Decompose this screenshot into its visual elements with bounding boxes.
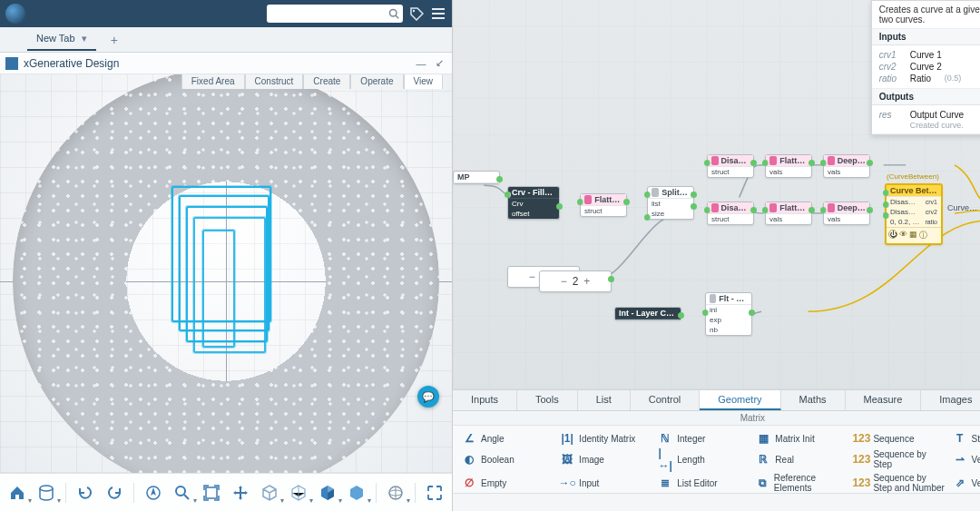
node-deepen8[interactable]: Deepen.8 vals (823, 201, 870, 225)
node-crv-filletted[interactable]: Crv - Filletted Crv offset (507, 186, 560, 220)
cube-icon[interactable]: ▾ (260, 483, 279, 503)
tool-image[interactable]: 🖼Image (560, 449, 651, 469)
node-deepen7[interactable]: Deepen.7 vals (823, 154, 870, 178)
tool-integer[interactable]: ℕInteger (658, 431, 749, 446)
node-cb-pin3: ratio (925, 219, 937, 225)
node-disassem2-row: struct (708, 214, 753, 224)
chat-icon[interactable]: 💬 (417, 386, 439, 408)
shaded-icon[interactable]: ▾ (318, 483, 338, 503)
node-cb-in3: 0, 0.2, … (890, 218, 919, 226)
tool-vector[interactable]: ⇀Vector (953, 449, 980, 469)
fit-icon[interactable] (201, 483, 221, 503)
search-input[interactable] (267, 5, 403, 23)
cat-measure[interactable]: Measure (846, 390, 922, 410)
node-mp[interactable]: MP (453, 171, 500, 184)
node-flt-layer[interactable]: Flt - Layer inl exp nb (705, 292, 752, 336)
node-flatten8[interactable]: Flatten.8 vals (765, 154, 812, 178)
eye-icon[interactable]: 👁 (899, 230, 907, 241)
tool-matrix-init[interactable]: ▦Matrix Init (756, 431, 847, 446)
tab-new[interactable]: New Tab ▾ (27, 28, 96, 51)
tool-boolean[interactable]: ◐Boolean (462, 449, 553, 469)
panel-collapse-icon[interactable]: ↙ (432, 56, 446, 71)
tool-real[interactable]: ℝReal (756, 449, 847, 469)
node-split-list[interactable]: Split List list size (647, 186, 694, 220)
menu-icon[interactable] (430, 5, 446, 22)
split-icon (652, 188, 659, 197)
node-crv-title: Crv - Filletted (512, 188, 555, 197)
length-icon: |↔| (658, 452, 672, 467)
home-icon[interactable]: ▾ (7, 483, 27, 503)
3d-viewport[interactable]: Fixed Area Construct Create Operate View… (0, 74, 452, 473)
cat-geometry[interactable]: Geometry (700, 390, 780, 410)
tool-input[interactable]: →○Input (560, 473, 651, 493)
database-icon[interactable]: ▾ (36, 483, 56, 503)
shaded2-icon[interactable]: ▾ (347, 483, 367, 503)
out1-hint: Created curve. (879, 121, 980, 130)
val2-plus[interactable]: + (582, 275, 593, 288)
node-deepen7-title: Deepen.7 (838, 156, 866, 165)
power-icon[interactable]: ⏻ (888, 230, 897, 239)
boolean-icon: ◐ (462, 452, 476, 467)
vector-icon: ⇀ (953, 452, 967, 467)
cat-images[interactable]: Images (921, 390, 980, 410)
tool-matrix-init-label: Matrix Init (775, 434, 814, 444)
cat-tools[interactable]: Tools (517, 390, 578, 410)
tool-seq-step-label: Sequence by Step (873, 449, 945, 469)
cat-inputs[interactable]: Inputs (453, 390, 517, 410)
tool-seq-step[interactable]: 123Sequence by Step (854, 449, 945, 469)
undo-icon[interactable] (75, 483, 95, 503)
panel-minimize-icon[interactable]: — (414, 56, 428, 71)
cat-control[interactable]: Control (631, 390, 700, 410)
tool-angle[interactable]: ∠Angle (462, 431, 553, 446)
wireframe-icon[interactable]: ▾ (289, 483, 309, 503)
vp-tab-create[interactable]: Create (303, 74, 350, 89)
tool-identity-matrix[interactable]: |1|Identity Matrix (560, 431, 651, 446)
node-info-popup: Creates a curve at a given ratio between… (871, 0, 980, 135)
cat-list[interactable]: List (578, 390, 631, 410)
tab-dropdown-icon[interactable]: ▾ (78, 33, 87, 44)
tool-vector3[interactable]: ⇗Vector 3 (953, 473, 980, 493)
tool-length[interactable]: |↔|Length (658, 449, 749, 469)
val1-minus[interactable]: − (526, 270, 537, 283)
tool-ref-elements[interactable]: ⧉Reference Elements (756, 473, 847, 493)
deepen-icon (828, 203, 835, 212)
compass-icon[interactable] (143, 483, 163, 503)
cat-maths[interactable]: Maths (781, 390, 846, 410)
model-wireframe[interactable] (172, 186, 280, 359)
globe-icon[interactable]: ▾ (386, 483, 406, 503)
tool-seq-step-num[interactable]: 123Sequence by Step and Number (854, 473, 945, 493)
node-disassem-2[interactable]: Disassem struct (707, 201, 754, 225)
vp-tab-fixed-area[interactable]: Fixed Area (181, 74, 245, 89)
node-split-row2: size (648, 209, 693, 219)
zoom-icon[interactable]: ▾ (172, 483, 192, 503)
node-value-2[interactable]: − 2 + (539, 270, 612, 292)
node-graph-canvas[interactable]: MP Crv - Filletted Crv offset Flatten.5 … (453, 0, 980, 389)
grid-icon[interactable]: ▦ (909, 230, 917, 241)
move-icon[interactable] (230, 483, 250, 503)
node-flt-row3: nb (706, 325, 751, 335)
expand-icon[interactable] (425, 483, 445, 503)
vp-tab-construct[interactable]: Construct (245, 74, 304, 89)
node-flatten5-row: struct (581, 206, 626, 216)
tag-icon[interactable] (408, 5, 425, 22)
tool-list-editor[interactable]: ≣List Editor (658, 473, 749, 493)
val2-minus[interactable]: − (558, 275, 569, 288)
node-flatten8-row: vals (766, 167, 811, 177)
tool-string[interactable]: TString (953, 431, 980, 446)
redo-icon[interactable] (104, 483, 124, 503)
node-int-layer-count[interactable]: Int - Layer Count (614, 307, 681, 320)
string-icon: T (953, 431, 967, 446)
vp-tab-view[interactable]: View (404, 74, 444, 89)
node-flatten5[interactable]: Flatten.5 struct (580, 193, 627, 217)
node-disassem-1[interactable]: Disassem struct (707, 154, 754, 178)
tool-empty[interactable]: ∅Empty (462, 473, 553, 493)
node-flatten9[interactable]: Flatten.9 vals (765, 201, 812, 225)
node-disassem1-row: struct (708, 167, 753, 177)
info-icon[interactable]: ⓘ (919, 230, 927, 241)
node-curve-between[interactable]: (CurveBetween) Curve Between Disas…crv1 … (885, 183, 943, 245)
input-icon: →○ (560, 476, 574, 490)
add-tab-button[interactable]: + (105, 33, 123, 47)
vp-tab-operate[interactable]: Operate (350, 74, 403, 89)
tool-sequence[interactable]: 123Sequence (854, 431, 945, 446)
flt-icon (710, 294, 716, 303)
